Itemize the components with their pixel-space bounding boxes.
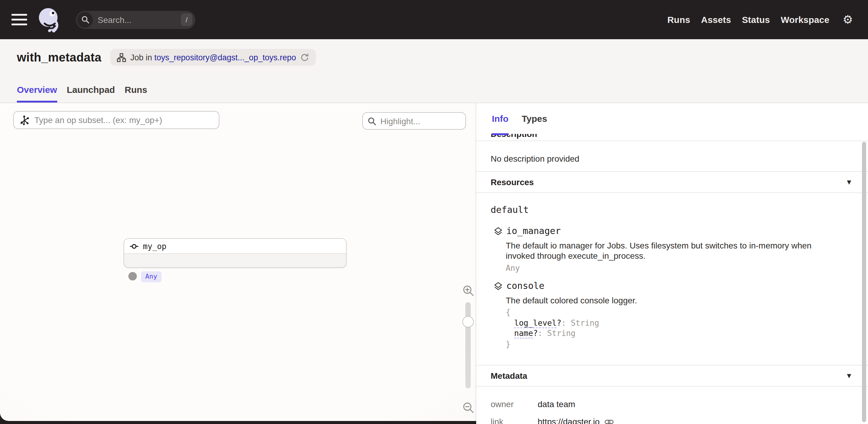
config-schema: { log_level?: String name?: String } <box>506 307 854 349</box>
section-header-resources[interactable]: Resources ▼ <box>476 172 868 193</box>
global-search[interactable]: / <box>76 10 195 29</box>
job-graph-icon <box>117 53 126 62</box>
op-node-name: my_op <box>143 242 166 251</box>
chevron-down-icon[interactable]: ▼ <box>847 373 851 379</box>
page-header: with_metadata Job in toys_repository@dag… <box>0 39 868 103</box>
zoom-slider-handle[interactable] <box>462 316 474 328</box>
job-repo-badge: Job in toys_repository@dagst..._op_toys.… <box>110 49 316 66</box>
sidebar-scrollbar[interactable] <box>862 142 866 422</box>
config-open-brace: { <box>506 307 854 317</box>
search-icon <box>77 12 93 27</box>
link-icon[interactable] <box>604 417 613 424</box>
resource-description: The default colored console logger. <box>506 296 834 306</box>
sidebar-scroll-area[interactable]: Description ▼ No description provided Re… <box>476 134 868 424</box>
dagster-logo[interactable] <box>37 7 60 32</box>
reload-icon[interactable] <box>300 53 309 62</box>
op-output-port[interactable] <box>128 272 137 280</box>
job-badge-prefix: Job in <box>130 53 152 62</box>
gear-icon[interactable]: ⚙ <box>843 14 853 25</box>
resource-item-console: console The default colored console logg… <box>491 280 854 349</box>
resource-group-name: default <box>491 205 854 215</box>
metadata-link[interactable]: https://dagster.io <box>538 417 599 424</box>
metadata-row-owner: owner data team <box>491 399 854 409</box>
dagster-octopus-icon <box>37 7 60 32</box>
metadata-key: owner <box>491 399 538 409</box>
op-icon <box>130 242 138 251</box>
page-tabs: Overview Launchpad Runs <box>17 85 147 102</box>
chevron-down-icon[interactable]: ▼ <box>847 134 851 134</box>
tab-types[interactable]: Types <box>522 103 547 134</box>
resources-section-title: Resources <box>491 177 534 187</box>
search-input[interactable] <box>93 15 181 24</box>
resource-type: Any <box>506 264 854 273</box>
resource-layers-icon <box>494 281 503 291</box>
tab-launchpad[interactable]: Launchpad <box>67 85 115 102</box>
zoom-slider-track[interactable] <box>465 302 471 388</box>
nav-link-status[interactable]: Status <box>742 14 770 25</box>
metadata-value: data team <box>538 399 575 409</box>
metadata-row-link: link https://dagster.io <box>491 417 854 424</box>
repo-link[interactable]: toys_repository@dagst..._op_toys.repo <box>154 53 296 62</box>
zoom-out-icon <box>462 402 474 414</box>
resource-description: The default io manager for Jobs. Uses fi… <box>506 241 834 261</box>
op-graph-panel[interactable]: my_op Any <box>0 103 476 421</box>
op-subset-filter[interactable] <box>13 111 219 129</box>
description-body: No description provided <box>476 141 868 172</box>
tab-info[interactable]: Info <box>492 103 508 134</box>
tab-overview[interactable]: Overview <box>17 85 57 102</box>
zoom-in-button[interactable] <box>462 285 474 297</box>
resource-layers-icon <box>494 226 503 236</box>
main-content: my_op Any Info Types <box>0 103 868 424</box>
highlight-filter[interactable] <box>362 112 466 130</box>
nav-link-workspace[interactable]: Workspace <box>781 14 830 25</box>
config-field-name: name?: String <box>506 328 854 339</box>
zoom-in-icon <box>462 285 474 297</box>
dagster-app: / Runs Assets Status Workspace ⚙ with_me… <box>0 0 868 424</box>
highlight-input[interactable] <box>380 116 461 126</box>
search-shortcut-badge: / <box>181 13 192 26</box>
metadata-section-title: Metadata <box>491 371 527 381</box>
op-selector-icon <box>19 115 30 125</box>
output-type-tag[interactable]: Any <box>141 271 161 282</box>
config-field-log-level: log_level?: String <box>506 317 854 328</box>
nav-link-assets[interactable]: Assets <box>701 14 731 25</box>
search-icon <box>368 117 376 125</box>
chevron-down-icon[interactable]: ▼ <box>847 179 851 185</box>
op-subset-input[interactable] <box>34 115 213 125</box>
nav-link-runs[interactable]: Runs <box>667 14 690 25</box>
top-nav: / Runs Assets Status Workspace ⚙ <box>0 0 868 39</box>
section-header-description[interactable]: Description ▼ <box>476 134 868 141</box>
zoom-out-button[interactable] <box>462 402 474 414</box>
resources-body: default io_manager The default io manage… <box>476 193 868 365</box>
resource-name[interactable]: io_manager <box>506 225 561 236</box>
sidebar-panel: Info Types Description ▼ No description … <box>476 103 868 424</box>
config-close-brace: } <box>506 339 854 349</box>
resource-item-io-manager: io_manager The default io manager for Jo… <box>491 225 854 273</box>
metadata-body: owner data team link https://dagster.io <box>476 387 868 424</box>
tab-runs[interactable]: Runs <box>124 85 147 102</box>
resource-name[interactable]: console <box>506 280 544 291</box>
op-node-my-op[interactable]: my_op <box>124 238 347 268</box>
metadata-key: link <box>491 417 538 424</box>
nav-links: Runs Assets Status Workspace <box>667 14 830 25</box>
hamburger-menu-icon[interactable] <box>11 13 27 26</box>
section-header-metadata[interactable]: Metadata ▼ <box>476 365 868 387</box>
sidebar-tabs: Info Types <box>476 103 868 134</box>
page-title: with_metadata <box>17 50 101 64</box>
